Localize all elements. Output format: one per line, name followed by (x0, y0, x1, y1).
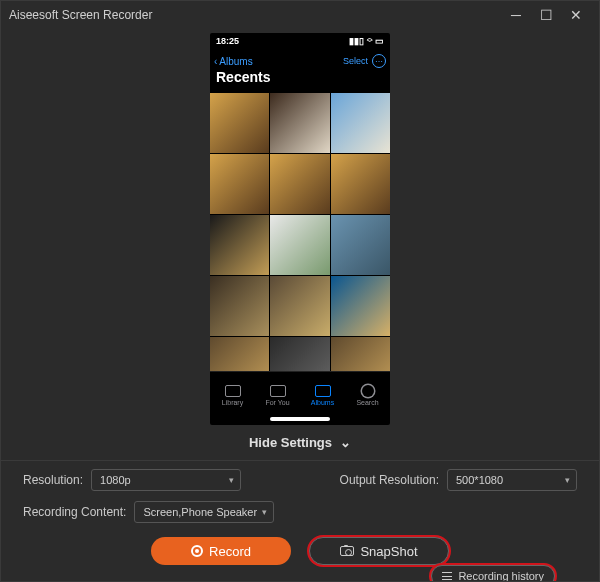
hide-settings-toggle[interactable]: Hide Settings ⌄ (1, 425, 599, 460)
recording-content-select[interactable]: Screen,Phone Speaker ▾ (134, 501, 274, 523)
recording-content-value: Screen,Phone Speaker (143, 506, 257, 518)
tab-label: Library (222, 399, 243, 406)
tab-label: Search (356, 399, 378, 406)
photo-thumbnail[interactable] (331, 93, 390, 153)
photo-thumbnail[interactable] (270, 215, 329, 275)
resolution-label: Resolution: (23, 473, 83, 487)
minimize-button[interactable]: ─ (501, 1, 531, 29)
record-icon (191, 545, 203, 557)
photo-thumbnail[interactable] (270, 154, 329, 214)
resolution-value: 1080p (100, 474, 131, 486)
caret-down-icon: ▾ (565, 475, 570, 485)
photo-thumbnail[interactable] (210, 276, 269, 336)
close-button[interactable]: ✕ (561, 1, 591, 29)
maximize-button[interactable]: ☐ (531, 1, 561, 29)
tab-icon (225, 385, 241, 397)
tab-icon (315, 385, 331, 397)
chevron-left-icon: ‹ (214, 56, 217, 67)
status-icons: ▮▮▯ ⌔ ▭ (349, 36, 384, 46)
settings-panel: Resolution: 1080p ▾ Output Resolution: 5… (1, 460, 599, 581)
photo-thumbnail[interactable] (210, 215, 269, 275)
battery-icon: ▭ (375, 36, 384, 46)
photo-thumbnail[interactable] (210, 93, 269, 153)
more-icon[interactable]: ⋯ (372, 54, 386, 68)
photo-thumbnail[interactable] (270, 337, 329, 371)
home-indicator (270, 417, 330, 421)
output-resolution-value: 500*1080 (456, 474, 503, 486)
recording-content-label: Recording Content: (23, 505, 126, 519)
photo-thumbnail[interactable]: 0:09 (331, 337, 390, 371)
snapshot-button[interactable]: SnapShot (309, 537, 449, 565)
photo-thumbnail[interactable] (210, 154, 269, 214)
wifi-icon: ⌔ (367, 36, 372, 46)
caret-down-icon: ▾ (229, 475, 234, 485)
tab-icon (362, 385, 374, 397)
photo-thumbnail[interactable] (210, 337, 269, 371)
signal-icon: ▮▮▯ (349, 36, 364, 46)
chevron-down-icon: ⌄ (340, 435, 351, 450)
photo-thumbnail[interactable] (331, 276, 390, 336)
resolution-select[interactable]: 1080p ▾ (91, 469, 241, 491)
record-button[interactable]: Record (151, 537, 291, 565)
camera-icon (340, 546, 354, 556)
phone-tab-albums[interactable]: Albums (300, 376, 345, 415)
output-resolution-select[interactable]: 500*1080 ▾ (447, 469, 577, 491)
caret-down-icon: ▾ (262, 507, 267, 517)
back-label: Albums (219, 56, 252, 67)
album-title: Recents (210, 69, 390, 89)
phone-status-bar: 18:25 ▮▮▯ ⌔ ▭ (210, 33, 390, 49)
output-resolution-label: Output Resolution: (340, 473, 439, 487)
photo-thumbnail[interactable] (270, 276, 329, 336)
hide-settings-label: Hide Settings (249, 435, 332, 450)
phone-preview: 18:25 ▮▮▯ ⌔ ▭ ‹ Albums Select ⋯ Recents … (210, 33, 390, 425)
photo-thumbnail[interactable] (270, 93, 329, 153)
window-title: Aiseesoft Screen Recorder (9, 8, 501, 22)
back-button[interactable]: ‹ Albums (214, 56, 253, 67)
history-label: Recording history (458, 570, 544, 582)
list-icon (442, 572, 452, 580)
tab-label: Albums (311, 399, 334, 406)
titlebar: Aiseesoft Screen Recorder ─ ☐ ✕ (1, 1, 599, 29)
preview-area: 18:25 ▮▮▯ ⌔ ▭ ‹ Albums Select ⋯ Recents … (1, 29, 599, 425)
recording-history-button[interactable]: Recording history (431, 565, 555, 582)
photo-thumbnail[interactable] (331, 154, 390, 214)
snapshot-label: SnapShot (360, 544, 417, 559)
photo-grid[interactable]: 0:09 (210, 93, 390, 371)
photo-thumbnail[interactable] (331, 215, 390, 275)
select-button[interactable]: Select (343, 56, 368, 66)
phone-tab-for-you[interactable]: For You (255, 376, 300, 415)
phone-tab-search[interactable]: Search (345, 376, 390, 415)
status-time: 18:25 (216, 36, 239, 46)
record-label: Record (209, 544, 251, 559)
phone-tab-library[interactable]: Library (210, 376, 255, 415)
tab-icon (270, 385, 286, 397)
tab-label: For You (265, 399, 289, 406)
phone-tabbar: LibraryFor YouAlbumsSearch (210, 371, 390, 415)
